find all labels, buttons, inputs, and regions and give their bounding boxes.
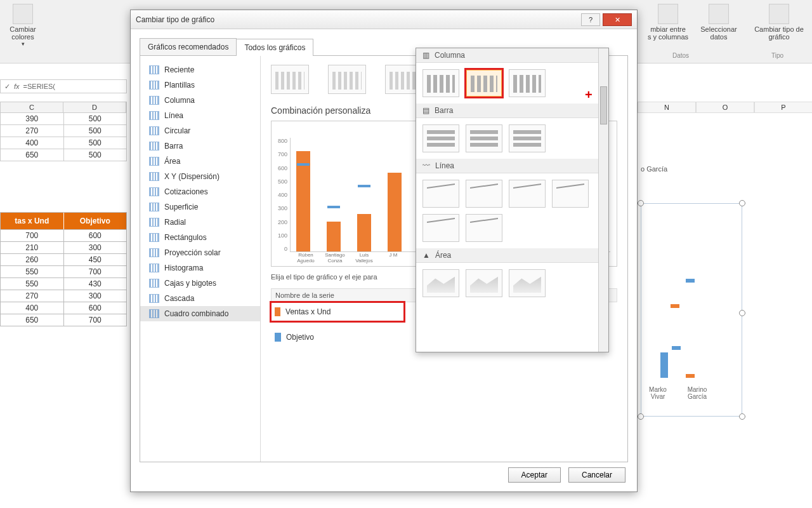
table-hdr: tas x Und [1,213,64,229]
sidebar-item-stock[interactable]: Cotizaciones [140,184,260,199]
bg-col-headers: N O P [638,102,812,113]
col-hdr[interactable]: C [1,102,63,112]
popup-opt-stacked-column[interactable] [466,69,502,97]
sidebar-item-waterfall[interactable]: Cascada [140,291,260,306]
popup-opt-clustered-column[interactable] [422,69,459,97]
sidebar-item-scatter[interactable]: X Y (Dispersión) [140,169,260,184]
ribbon-group-tipo: Tipo [771,52,783,59]
check-icon[interactable]: ✓ [4,83,10,91]
popup-opt-line-markers[interactable] [552,180,589,208]
sidebar-item-histogram[interactable]: Histograma [140,260,260,276]
popup-scrollbar[interactable] [598,48,608,352]
bg-legend-text: o García [641,165,667,173]
annotation-plus: + [585,88,593,102]
sidebar-item-pie[interactable]: Circular [140,123,260,138]
combo-subtype-2[interactable] [328,65,366,94]
close-button[interactable]: ✕ [603,13,632,26]
line-icon: 〰 [422,161,430,170]
treemap-icon [149,233,159,242]
popup-opt-stacked-bar[interactable] [466,124,502,152]
surface-icon [149,203,159,211]
ribbon-change-colors[interactable]: Cambiar colores ▾ [4,4,42,47]
ribbon-change-chart-type[interactable]: Cambiar tipo de gráfico [754,4,804,41]
series-name-1: Ventas x Und [285,307,400,316]
series-row-1: Ventas x Und [271,302,404,321]
col-hdr[interactable]: D [63,102,126,112]
radar-icon [149,218,159,227]
data-table: tas x Und Objetivo 700600 210300 260450 … [0,212,127,326]
sidebar-item-column[interactable]: Columna [140,93,260,108]
line-icon [149,111,159,120]
ribbon-switch-rows-cols[interactable]: mbiar entre s y columnas [645,4,691,41]
sheet-fragment: C D 390500 270500 400500 650500 [0,102,127,161]
dialog-titlebar[interactable]: Cambiar tipo de gráfico ? ✕ [131,10,637,29]
table-hdr: Objetivo [64,213,127,229]
popup-opt-clustered-bar[interactable] [422,124,459,152]
ribbon-select-data[interactable]: Seleccionar datos [697,4,741,41]
bar-icon: ▤ [422,106,429,115]
swatch-orange [275,307,280,316]
sidebar-item-treemap[interactable]: Rectángulos [140,230,260,245]
popup-group-linea: 〰Línea [416,159,608,173]
sidebar-item-bar[interactable]: Barra [140,138,260,154]
sidebar-item-combo[interactable]: Cuadro combinado [140,306,260,321]
area-icon [149,157,159,166]
stock-icon [149,187,159,196]
popup-group-barra: ▤Barra [416,104,608,118]
sunburst-icon [149,248,159,257]
histogram-icon [149,264,159,272]
popup-opt-100-area[interactable] [509,269,546,297]
combo-icon [149,309,159,318]
embedded-chart[interactable] [641,203,742,417]
switch-icon [658,4,678,24]
recent-icon [149,65,159,74]
sidebar-item-templates[interactable]: Plantillas [140,77,260,93]
tab-all-charts[interactable]: Todos los gráficos [236,39,313,56]
bg-chart-xlabels: Marko Vivar Marino García [644,386,711,400]
popup-opt-line[interactable] [422,180,459,208]
sidebar-item-line[interactable]: Línea [140,108,260,123]
popup-opt-area[interactable] [422,269,459,297]
popup-group-columna: ▥Columna [416,48,608,63]
chart-type-icon [769,4,789,24]
column-icon [149,96,159,105]
area-icon: ▲ [422,251,430,260]
help-button[interactable]: ? [581,13,600,26]
select-data-icon [709,4,729,24]
accept-button[interactable]: Aceptar [508,467,561,483]
colors-icon [13,4,33,24]
cancel-button[interactable]: Cancelar [568,467,625,483]
popup-group-area: ▲Área [416,248,608,263]
fx-label: fx [14,83,20,90]
popup-opt-stacked-line-markers[interactable] [422,214,459,242]
popup-opt-100-stacked-bar[interactable] [509,124,546,152]
column-icon: ▥ [422,51,429,60]
combo-subtype-1[interactable] [271,65,309,94]
popup-opt-100-stacked-column[interactable] [509,69,546,97]
chart-type-popup: ▥Columna ▤Barra 〰Línea ▲Área [416,48,609,352]
formula-value: =SERIES( [23,83,55,90]
bar-icon [149,142,159,150]
popup-opt-stacked-line[interactable] [466,180,502,208]
sidebar-item-surface[interactable]: Superficie [140,199,260,215]
popup-opt-stacked-area[interactable] [466,269,502,297]
chart-category-sidebar: Reciente Plantillas Columna Línea Circul… [140,56,261,462]
popup-opt-100-line[interactable] [509,180,546,208]
sidebar-item-sunburst[interactable]: Proyección solar [140,245,260,260]
scatter-icon [149,172,159,181]
popup-opt-100-line-markers[interactable] [466,214,502,242]
ribbon-group-datos: Datos [672,52,689,59]
pie-icon [149,126,159,135]
templates-icon [149,81,159,90]
dialog-title: Cambiar tipo de gráfico [136,15,214,24]
y-axis-labels: 800 700 600 500 400 300 200 100 0 [278,138,290,252]
box-icon [149,279,159,288]
formula-bar[interactable]: ✓ fx =SERIES( [0,79,127,93]
sidebar-item-recent[interactable]: Reciente [140,62,260,77]
tab-recommended[interactable]: Gráficos recomendados [140,38,237,55]
sidebar-item-radar[interactable]: Radial [140,215,260,230]
sidebar-item-area[interactable]: Área [140,154,260,169]
waterfall-icon [149,294,159,303]
swatch-blue [275,333,281,342]
sidebar-item-boxwhisker[interactable]: Cajas y bigotes [140,276,260,291]
